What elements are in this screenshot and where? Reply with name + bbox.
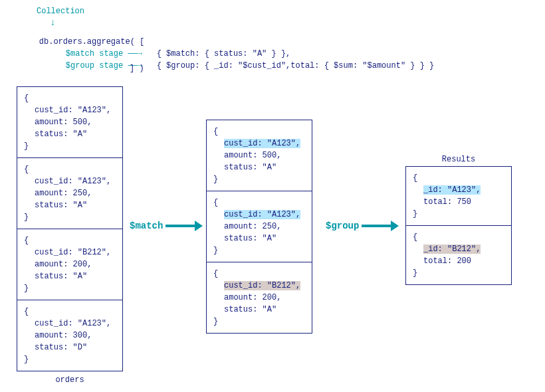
svg-marker-1 — [195, 221, 203, 231]
field-cust-id: cust_id: "B212", — [224, 281, 300, 290]
field-amount: amount: 500, — [24, 116, 117, 128]
orders-doc: { cust_id: "A123", amount: 300, status: … — [17, 300, 122, 371]
field-cust-id: cust_id: "B212", — [24, 246, 117, 258]
results-column: { _id: "A123", total: 750 } { _id: "B212… — [405, 166, 512, 285]
field-status: status: "A" — [213, 304, 306, 316]
matched-doc: { cust_id: "A123", amount: 250, status: … — [207, 191, 312, 262]
field-cust-id: cust_id: "A123", — [224, 210, 300, 219]
matched-doc: { cust_id: "A123", amount: 500, status: … — [207, 120, 312, 191]
field-cust-id: cust_id: "A123", — [24, 318, 117, 330]
field-total: total: 750 — [413, 196, 506, 208]
orders-doc: { cust_id: "A123", amount: 500, status: … — [17, 87, 122, 158]
field-cust-id: cust_id: "A123", — [24, 104, 117, 116]
orders-column-label: orders — [17, 375, 123, 385]
field-status: status: "A" — [24, 270, 117, 282]
field-id: _id: "B212", — [423, 245, 481, 254]
group-flow-label: $group — [326, 221, 359, 231]
field-amount: amount: 500, — [213, 149, 306, 161]
svg-marker-3 — [391, 221, 399, 231]
results-doc: { _id: "A123", total: 750 } — [406, 167, 511, 226]
field-status: status: "A" — [213, 161, 306, 173]
group-flow-arrow: $group — [326, 219, 399, 233]
results-column-label: Results — [405, 155, 512, 164]
group-stage-code: { $group: { _id: "$cust_id",total: { $su… — [157, 61, 435, 70]
field-amount: amount: 200, — [213, 292, 306, 304]
orders-doc: { cust_id: "B212", amount: 200, status: … — [17, 229, 122, 300]
field-amount: amount: 200, — [24, 258, 117, 270]
code-line-close: ] ) — [130, 64, 144, 73]
matched-column: { cust_id: "A123", amount: 500, status: … — [206, 120, 312, 334]
collection-label: Collection — [37, 7, 84, 16]
field-amount: amount: 300, — [24, 330, 117, 342]
arrow-right-icon — [362, 219, 399, 233]
field-status: status: "A" — [24, 199, 117, 211]
results-doc: { _id: "B212", total: 200 } — [406, 226, 511, 284]
group-stage-label: $group stage — [66, 61, 123, 70]
field-cust-id: cust_id: "A123", — [24, 175, 117, 187]
match-flow-arrow: $match — [130, 219, 203, 233]
field-total: total: 200 — [413, 255, 506, 267]
arrow-right-icon — [165, 219, 203, 233]
orders-column: { cust_id: "A123", amount: 500, status: … — [17, 86, 123, 371]
field-id: _id: "A123", — [423, 185, 481, 195]
orders-doc: { cust_id: "A123", amount: 250, status: … — [17, 158, 122, 229]
match-flow-label: $match — [130, 221, 163, 231]
field-cust-id: cust_id: "A123", — [224, 139, 300, 148]
field-amount: amount: 250, — [213, 221, 306, 233]
field-status: status: "D" — [24, 342, 117, 353]
field-amount: amount: 250, — [24, 187, 117, 199]
field-status: status: "A" — [24, 128, 117, 140]
matched-doc: { cust_id: "B212", amount: 200, status: … — [207, 262, 312, 333]
down-arrow-icon: ↓ — [50, 17, 55, 28]
code-line-group: $group stage ──→ { $group: { _id: "$cust… — [20, 52, 434, 80]
field-status: status: "A" — [213, 233, 306, 245]
